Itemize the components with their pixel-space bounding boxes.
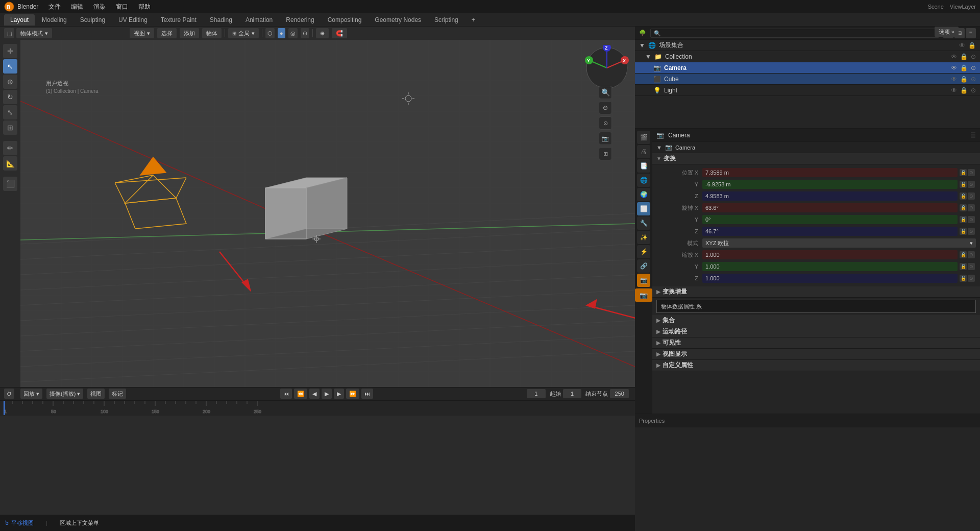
outliner-more-btn[interactable]: ≡ (966, 28, 976, 38)
add-tool[interactable]: ⬛ (3, 177, 17, 191)
camera-playback-btn[interactable]: 摄像(播放)▾ (46, 389, 83, 399)
annotate-tool[interactable]: ✏ (3, 141, 17, 155)
menu-file[interactable]: 文件 (44, 2, 65, 12)
scale-x-anim[interactable]: ⊙ (968, 251, 975, 258)
start-frame[interactable]: 1 (563, 389, 582, 398)
scale-z-anim[interactable]: ⊙ (968, 275, 975, 282)
mode-selector[interactable]: 物体模式 ▾ (16, 28, 52, 38)
tab-texture-paint[interactable]: Texture Paint (155, 14, 203, 26)
output-props-btn[interactable]: 🖨 (637, 145, 650, 158)
constraints-props-btn[interactable]: 🔗 (637, 259, 650, 273)
tab-geometry-nodes[interactable]: Geometry Nodes (369, 14, 427, 26)
playback-btn[interactable]: 回放▾ (20, 389, 42, 399)
tab-rendering[interactable]: Rendering (280, 14, 320, 26)
nav-gizmo[interactable]: X Y Z (584, 45, 630, 91)
select-menu-btn[interactable]: 选择 (157, 28, 177, 38)
camera-view-btn[interactable]: 📷 (599, 132, 612, 145)
zoom-out-btn[interactable]: ⊖ (599, 101, 612, 114)
scale-x-value[interactable]: 1.000 (702, 250, 958, 259)
collection-item[interactable]: ▼ 📁 Collection 👁 🔒 ⊙ (635, 51, 980, 62)
scale-z-lock[interactable]: 🔓 (960, 275, 967, 282)
visibility-header[interactable]: ▶ 可见性 (652, 337, 980, 349)
tab-compositing[interactable]: Compositing (322, 14, 368, 26)
scene-props-btn[interactable]: 🌐 (637, 174, 650, 187)
global-btn[interactable]: ⊞ 全局▾ (228, 28, 259, 38)
rot-y-lock[interactable]: 🔓 (960, 216, 967, 223)
motion-path-header[interactable]: ▶ 运动路径 (652, 326, 980, 337)
menu-render[interactable]: 渲染 (89, 2, 110, 12)
light-item[interactable]: 💡 Light 👁 🔒 ⊙ (635, 85, 980, 96)
object-menu-btn[interactable]: 物体 (202, 28, 222, 38)
rotate-tool[interactable]: ↻ (3, 90, 17, 104)
options-button[interactable]: 选项 » (935, 27, 959, 37)
proportional-btn[interactable]: ⊕ (316, 28, 329, 38)
markers-btn[interactable]: 标记 (109, 389, 126, 399)
tab-plus[interactable]: + (465, 14, 481, 26)
pos-x-value[interactable]: 7.3589 m (702, 168, 958, 177)
render-props-btn[interactable]: 🎬 (637, 131, 650, 144)
pos-z-anim[interactable]: ⊙ (968, 192, 975, 200)
viewport-display-header[interactable]: ▶ 视图显示 (652, 349, 980, 360)
transform-section-header[interactable]: ▼ 变换 (652, 153, 980, 164)
delta-transform-header[interactable]: ▶ 变换增量 (652, 286, 980, 298)
tab-layout[interactable]: Layout (4, 14, 35, 26)
collection-section-header[interactable]: ▶ 集合 (652, 315, 980, 326)
scale-y-lock[interactable]: 🔓 (960, 263, 967, 270)
outliner-search[interactable] (650, 29, 939, 38)
select-tool[interactable]: ↖ (3, 59, 17, 74)
next-frame[interactable]: ⏩ (346, 389, 359, 399)
particles-props-btn[interactable]: ✨ (637, 231, 650, 244)
object-props-btn[interactable]: ⬜ (637, 202, 650, 215)
pos-y-anim[interactable]: ⊙ (968, 181, 975, 188)
camera-item[interactable]: 📷 Camera 👁 🔒 ⊙ (635, 62, 980, 74)
scale-y-value[interactable]: 1.000 (702, 262, 958, 271)
rot-x-lock[interactable]: 🔓 (960, 204, 967, 211)
tab-sculpting[interactable]: Sculpting (74, 14, 111, 26)
material-btn[interactable]: ◎ (288, 28, 298, 38)
add-menu-btn[interactable]: 添加 (180, 28, 199, 38)
scale-y-anim[interactable]: ⊙ (968, 263, 975, 270)
tab-scripting[interactable]: Scripting (428, 14, 464, 26)
menu-window[interactable]: 窗口 (112, 2, 132, 12)
scale-tool[interactable]: ⤡ (3, 105, 17, 119)
object-data-props-btn[interactable]: 📷 (637, 274, 650, 287)
custom-props-header[interactable]: ▶ 自定义属性 (652, 360, 980, 371)
view-layer-props-btn[interactable]: 📑 (637, 159, 650, 173)
rot-z-lock[interactable]: 🔓 (960, 228, 967, 235)
snap-btn[interactable]: 🧲 (332, 28, 347, 38)
zoom-in-btn[interactable]: 🔍 (599, 86, 612, 99)
measure-tool[interactable]: 📐 (3, 156, 17, 171)
pos-y-value[interactable]: -6.9258 m (702, 180, 958, 189)
props-header-options[interactable]: ☰ (970, 132, 976, 139)
cube-item[interactable]: ⬛ Cube 👁 🔒 ⊙ (635, 74, 980, 85)
scene-root-item[interactable]: ▼ 🌐 场景集合 👁 🔒 (635, 40, 980, 51)
rot-x-value[interactable]: 63.6° (702, 203, 958, 212)
physics-props-btn[interactable]: ⚡ (637, 245, 650, 258)
pos-y-lock[interactable]: 🔓 (960, 181, 967, 188)
prev-frame[interactable]: ⏪ (294, 389, 307, 399)
active-prop-icon[interactable]: 📷 (635, 288, 652, 302)
tl-icon[interactable]: ⏱ (4, 389, 14, 399)
next-keyframe[interactable]: ▶ (334, 389, 344, 399)
scale-x-lock[interactable]: 🔓 (960, 251, 967, 258)
skip-to-end[interactable]: ⏭ (361, 389, 373, 399)
perspective-toggle[interactable]: ⊙ (599, 116, 612, 130)
pos-x-lock[interactable]: 🔓 (960, 169, 967, 176)
rendered-btn[interactable]: ⊙ (301, 28, 309, 38)
wireframe-btn[interactable]: ⬡ (265, 28, 275, 38)
tab-uv-editing[interactable]: UV Editing (112, 14, 154, 26)
cursor-tool[interactable]: ✛ (3, 44, 17, 58)
rot-x-anim[interactable]: ⊙ (968, 204, 975, 211)
prev-keyframe[interactable]: ◀ (309, 389, 320, 399)
rot-z-value[interactable]: 46.7° (702, 227, 958, 236)
solid-btn[interactable]: ● (278, 28, 285, 38)
timeline-ruler[interactable]: 1 50 100 150 200 250 (0, 401, 635, 416)
world-props-btn[interactable]: 🌍 (637, 188, 650, 201)
skip-to-start[interactable]: ⏮ (280, 389, 292, 399)
modifier-props-btn[interactable]: 🔧 (637, 216, 650, 230)
transform-tool[interactable]: ⊞ (3, 120, 17, 135)
tab-shading[interactable]: Shading (204, 14, 238, 26)
pos-x-anim[interactable]: ⊙ (968, 169, 975, 176)
menu-edit[interactable]: 编辑 (67, 2, 87, 12)
rot-y-anim[interactable]: ⊙ (968, 216, 975, 223)
